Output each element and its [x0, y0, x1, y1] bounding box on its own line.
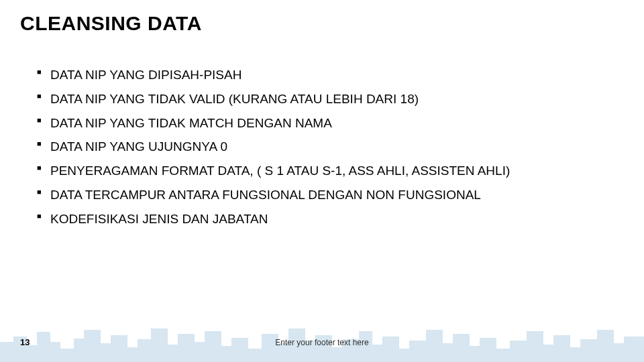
list-item: DATA NIP YANG TIDAK VALID (KURANG ATAU L…	[37, 91, 604, 107]
list-item: PENYERAGAMAN FORMAT DATA, ( S 1 ATAU S-1…	[37, 163, 604, 179]
slide-title: CLEANSING DATA	[20, 12, 202, 35]
footer-text: Enter your footer text here	[0, 338, 644, 347]
bullet-list: DATA NIP YANG DIPISAH-PISAH DATA NIP YAN…	[37, 67, 604, 227]
list-item: DATA TERCAMPUR ANTARA FUNGSIONAL DENGAN …	[37, 187, 604, 203]
list-item: DATA NIP YANG UJUNGNYA 0	[37, 139, 604, 155]
list-item: DATA NIP YANG DIPISAH-PISAH	[37, 67, 604, 83]
list-item: DATA NIP YANG TIDAK MATCH DENGAN NAMA	[37, 115, 604, 131]
list-item: KODEFISIKASI JENIS DAN JABATAN	[37, 211, 604, 227]
content-area: DATA NIP YANG DIPISAH-PISAH DATA NIP YAN…	[37, 67, 604, 235]
